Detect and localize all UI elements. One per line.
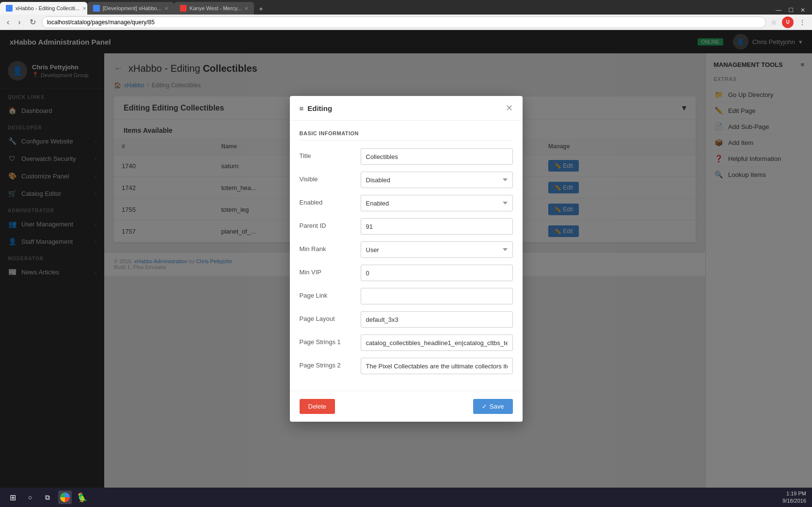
chrome-icon [60,492,70,502]
taskbar-clock: 1:19 PM 9/18/2016 [782,490,806,505]
min-rank-select[interactable]: User Admin Mod [361,241,513,258]
browser-tab-1[interactable]: xHabbo - Editing Colleciti... ✕ [0,2,87,15]
form-row-page-layout: Page Layout [300,311,513,328]
page-strings-1-input[interactable] [361,334,513,351]
taskbar-search-icon: ○ [28,493,32,501]
modal-footer: Delete ✓ Save [290,391,523,422]
windows-icon: ⊞ [10,493,16,502]
tab-close-3[interactable]: ✕ [244,6,248,11]
visible-select[interactable]: Disabled Enabled [361,172,513,188]
tab-close-2[interactable]: ✕ [164,6,168,11]
browser-tab-3[interactable]: Kanye West - Mercy... ✕ [174,2,254,15]
taskbar-task-view-btn[interactable]: ⧉ [41,491,54,504]
field-label-parent-id: Parent ID [300,218,353,229]
modal-section-label: BASIC INFORMATION [300,130,513,141]
taskbar-right: 1:19 PM 9/18/2016 [782,490,806,505]
browser-toolbar: ‹ › ↻ ☆ U ⋮ [0,15,812,30]
form-row-page-link: Page Link [300,288,513,304]
form-row-parent-id: Parent ID [300,218,513,235]
browser-tab-2[interactable]: [Development] xHabbo... ✕ [87,2,174,15]
form-row-page-strings-1: Page Strings 1 [300,334,513,351]
field-label-min-rank: Min Rank [300,241,353,253]
modal-close-btn[interactable]: ✕ [506,103,513,113]
tab-close-1[interactable]: ✕ [82,6,86,11]
field-label-page-link: Page Link [300,288,353,299]
tab-label-1: xHabbo - Editing Colleciti... [16,5,80,11]
min-vip-input[interactable] [361,265,513,281]
taskbar: ⊞ ○ ⧉ 🦜 1:19 PM 9/18/2016 [0,488,812,507]
taskbar-windows-btn[interactable]: ⊞ [6,491,19,504]
field-label-page-strings-1: Page Strings 1 [300,334,353,346]
menu-btn[interactable]: ⋮ [796,17,808,27]
taskbar-taskview-icon: ⧉ [45,493,50,502]
field-control-enabled: Enabled Disabled [361,195,513,211]
form-row-min-vip: Min VIP [300,265,513,281]
field-control-page-layout [361,311,513,328]
tab-favicon-2 [93,5,100,12]
form-row-title: Title [300,148,513,165]
field-control-min-rank: User Admin Mod [361,241,513,258]
field-control-visible: Disabled Enabled [361,172,513,188]
minimize-btn[interactable]: — [773,6,784,15]
tab-label-2: [Development] xHabbo... [103,5,161,11]
browser-chrome: xHabbo - Editing Colleciti... ✕ [Develop… [0,0,812,30]
tab-favicon-3 [180,5,187,12]
browser-tabs: xHabbo - Editing Colleciti... ✕ [Develop… [0,0,812,15]
page-link-input[interactable] [361,288,513,304]
form-row-visible: Visible Disabled Enabled [300,172,513,188]
modal-title: ≡ Editing [300,104,333,112]
field-label-title: Title [300,148,353,159]
checkmark-icon: ✓ [482,403,487,410]
taskbar-bird-btn[interactable]: 🦜 [76,491,89,504]
field-control-min-vip [361,265,513,281]
taskbar-chrome-btn[interactable] [58,491,72,504]
delete-button[interactable]: Delete [300,399,335,414]
close-btn[interactable]: ✕ [797,6,808,15]
new-tab-btn[interactable]: + [254,3,268,15]
field-label-enabled: Enabled [300,195,353,206]
tab-label-3: Kanye West - Mercy... [190,5,241,11]
field-control-parent-id [361,218,513,235]
field-label-visible: Visible [300,172,353,183]
taskbar-search-btn[interactable]: ○ [23,491,37,504]
field-control-page-link [361,288,513,304]
back-btn[interactable]: ‹ [4,17,12,28]
refresh-btn[interactable]: ↻ [27,16,39,28]
parent-id-input[interactable] [361,218,513,235]
tab-favicon-1 [6,5,13,12]
form-row-enabled: Enabled Enabled Disabled [300,195,513,211]
title-input[interactable] [361,148,513,165]
form-row-min-rank: Min Rank User Admin Mod [300,241,513,258]
field-label-min-vip: Min VIP [300,265,353,276]
field-control-title [361,148,513,165]
maximize-btn[interactable]: ☐ [785,6,796,15]
modal-menu-icon: ≡ [300,104,304,112]
field-control-page-strings-2 [361,358,513,374]
taskbar-left: ⊞ ○ ⧉ 🦜 [6,491,89,504]
form-row-page-strings-2: Page Strings 2 [300,358,513,374]
page-layout-input[interactable] [361,311,513,328]
modal-body: BASIC INFORMATION Title Visible Disabled… [290,121,523,391]
save-button[interactable]: ✓ Save [473,399,513,414]
enabled-select[interactable]: Enabled Disabled [361,195,513,211]
field-label-page-layout: Page Layout [300,311,353,322]
modal-overlay[interactable]: ≡ Editing ✕ BASIC INFORMATION Title Visi… [0,30,812,488]
page-strings-2-input[interactable] [361,358,513,374]
address-bar[interactable] [42,16,766,28]
forward-btn[interactable]: › [15,17,23,28]
bird-icon: 🦜 [77,492,88,503]
modal-header: ≡ Editing ✕ [290,96,523,121]
field-label-page-strings-2: Page Strings 2 [300,358,353,369]
field-control-page-strings-1 [361,334,513,351]
bookmark-icon[interactable]: ☆ [771,18,777,26]
user-profile-icon[interactable]: U [782,16,794,28]
editing-modal: ≡ Editing ✕ BASIC INFORMATION Title Visi… [290,96,523,422]
